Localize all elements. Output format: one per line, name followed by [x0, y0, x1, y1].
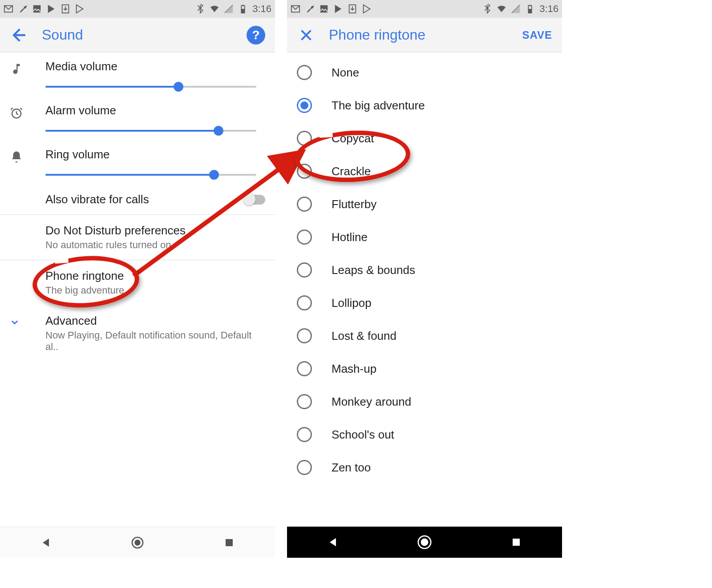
svg-rect-6	[242, 5, 244, 6]
play-store-icon	[46, 4, 56, 14]
nav-back-button[interactable]	[320, 533, 346, 552]
ringtone-label: Zen too	[332, 461, 371, 475]
music-note-icon	[10, 60, 45, 76]
radio-icon[interactable]	[297, 262, 312, 278]
ringtone-item-zen-too[interactable]: Zen too	[287, 451, 562, 484]
ringtone-label: School's out	[332, 428, 394, 442]
ringtone-label: Hotline	[332, 230, 368, 244]
photos-icon	[32, 4, 42, 14]
ringtone-item-flutterby[interactable]: Flutterby	[287, 188, 562, 221]
alarm-volume-row: Alarm volume	[0, 97, 275, 141]
radio-icon[interactable]	[297, 394, 312, 409]
radio-icon[interactable]	[297, 361, 312, 376]
ringtone-label: Leaps & bounds	[332, 263, 415, 277]
wrench-icon	[18, 4, 28, 14]
ringtone-item-hotline[interactable]: Hotline	[287, 221, 562, 254]
photos-icon	[319, 4, 329, 14]
ringtone-label: The big adventure	[332, 99, 425, 113]
ringtone-item-none[interactable]: None	[287, 56, 562, 89]
ringtone-list[interactable]: NoneThe big adventureCopycatCrackleFlutt…	[287, 52, 562, 487]
status-time: 3:16	[539, 3, 558, 15]
status-right-icons: 3:16	[482, 3, 558, 15]
radio-icon[interactable]	[297, 131, 312, 146]
ringtone-item-the-big-adventure[interactable]: The big adventure	[287, 89, 562, 122]
ringtone-label: Copycat	[332, 132, 374, 145]
vibrate-for-calls-row[interactable]: Also vibrate for calls	[0, 185, 275, 214]
dnd-preferences-row[interactable]: Do Not Disturb preferences No automatic …	[0, 215, 275, 260]
svg-rect-20	[513, 539, 520, 546]
svg-point-19	[421, 539, 429, 546]
nav-recent-button[interactable]	[503, 533, 530, 552]
wifi-icon	[497, 4, 506, 14]
alarm-volume-label: Alarm volume	[45, 104, 256, 117]
alarm-volume-slider[interactable]	[45, 125, 256, 136]
nav-bar	[0, 527, 275, 558]
back-button[interactable]	[10, 26, 28, 44]
ringtone-item-copycat[interactable]: Copycat	[287, 122, 562, 155]
status-bar: 3:16	[287, 0, 562, 18]
save-button[interactable]: SAVE	[522, 29, 552, 41]
ring-volume-slider[interactable]	[45, 169, 256, 180]
ringtone-title: Phone ringtone	[45, 269, 265, 283]
status-right-icons: 3:16	[195, 3, 271, 15]
nav-back-button[interactable]	[32, 533, 59, 552]
radio-icon[interactable]	[297, 164, 312, 179]
status-left-icons	[291, 4, 372, 14]
ringtone-subtitle: The big adventure	[45, 285, 265, 296]
gmail-icon	[4, 4, 13, 14]
ringtone-item-lollipop[interactable]: Lollipop	[287, 286, 562, 319]
media-volume-slider[interactable]	[45, 81, 256, 92]
radio-icon[interactable]	[297, 427, 312, 442]
radio-icon[interactable]	[297, 98, 312, 113]
nav-recent-button[interactable]	[216, 533, 243, 552]
ring-volume-row: Ring volume	[0, 141, 275, 185]
ringtone-item-leaps-bounds[interactable]: Leaps & bounds	[287, 254, 562, 286]
app-bar: Phone ringtone SAVE	[287, 18, 562, 52]
nav-home-button[interactable]	[124, 533, 151, 552]
radio-icon[interactable]	[297, 65, 312, 80]
wrench-icon	[305, 4, 315, 14]
ringtone-item-mash-up[interactable]: Mash-up	[287, 352, 562, 385]
radio-icon[interactable]	[297, 230, 312, 245]
radio-icon[interactable]	[297, 328, 312, 343]
page-title: Phone ringtone	[329, 27, 509, 43]
ringtone-item-crackle[interactable]: Crackle	[287, 155, 562, 188]
media-volume-label: Media volume	[45, 60, 256, 73]
ringtone-label: Flutterby	[332, 197, 376, 211]
phone-ringtone-row[interactable]: Phone ringtone The big adventure	[0, 260, 275, 305]
help-button[interactable]: ?	[247, 26, 265, 44]
svg-rect-12	[320, 5, 328, 13]
status-left-icons	[4, 4, 85, 14]
download-icon	[348, 4, 357, 14]
close-button[interactable]	[297, 26, 316, 44]
download-icon	[61, 4, 70, 14]
media-volume-row: Media volume	[0, 52, 275, 97]
ringtone-item-lost-found[interactable]: Lost & found	[287, 319, 562, 352]
nav-bar	[287, 527, 562, 558]
svg-rect-5	[242, 9, 245, 13]
nav-home-button[interactable]	[411, 533, 438, 552]
ringtone-label: None	[332, 66, 359, 80]
play-icon	[75, 4, 85, 14]
ringtone-item-monkey-around[interactable]: Monkey around	[287, 385, 562, 418]
dnd-subtitle: No automatic rules turned on	[45, 239, 265, 251]
advanced-row[interactable]: Advanced Now Playing, Default notificati…	[0, 305, 275, 362]
bluetooth-icon	[195, 4, 205, 14]
signal-icon	[224, 4, 234, 14]
screen-sound-settings: 3:16 Sound ? Media volume	[0, 0, 275, 558]
chevron-down-icon	[10, 314, 45, 353]
vibrate-label: Also vibrate for calls	[45, 193, 244, 206]
svg-rect-1	[33, 5, 41, 13]
radio-icon[interactable]	[297, 197, 312, 212]
screen-phone-ringtone: 3:16 Phone ringtone SAVE NoneThe big adv…	[287, 0, 562, 558]
ringtone-label: Mash-up	[332, 362, 376, 376]
radio-icon[interactable]	[297, 295, 312, 310]
vibrate-switch[interactable]	[244, 195, 265, 205]
ringtone-label: Crackle	[332, 165, 371, 178]
status-time: 3:16	[252, 3, 271, 15]
battery-icon	[238, 4, 248, 14]
radio-icon[interactable]	[297, 460, 312, 475]
advanced-subtitle: Now Playing, Default notification sound,…	[45, 330, 265, 353]
ringtone-item-school-s-out[interactable]: School's out	[287, 418, 562, 451]
bluetooth-icon	[482, 4, 492, 14]
